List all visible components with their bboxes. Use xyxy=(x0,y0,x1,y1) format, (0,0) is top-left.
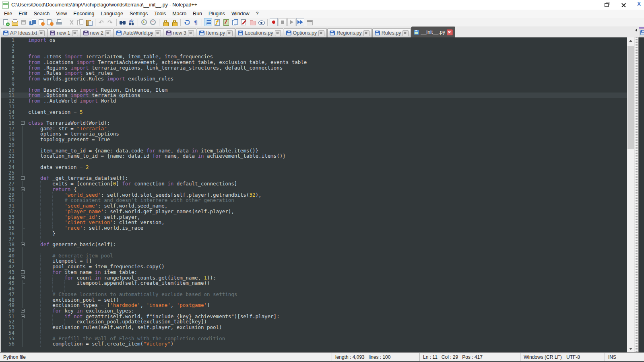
print-icon[interactable] xyxy=(55,18,63,26)
code-line[interactable]: 33 'player_id': self.player, xyxy=(1,214,627,220)
macro-run-multiple-icon[interactable] xyxy=(296,18,304,26)
close-button[interactable] xyxy=(615,0,632,10)
code-line[interactable]: 30 # consistent and doesn't interfere wi… xyxy=(1,197,627,203)
code-line[interactable]: 20 xyxy=(1,142,627,148)
find-icon[interactable] xyxy=(119,18,127,26)
word-wrap-icon[interactable] xyxy=(183,18,191,26)
scrollbar-thumb[interactable] xyxy=(627,46,634,149)
indent-guide-icon[interactable] xyxy=(204,18,212,26)
fold-collapse-icon[interactable] xyxy=(20,242,26,247)
paste-icon[interactable] xyxy=(85,18,93,26)
tab-close-icon[interactable] xyxy=(447,29,453,35)
code-line[interactable]: 16class TerrariaWorld(World): xyxy=(1,120,627,126)
code-line[interactable]: 21 item_name_to_id = {name: data.code fo… xyxy=(1,148,627,154)
code-line[interactable]: 42 pool_counts = item_frequencies.copy() xyxy=(1,264,627,269)
tab-close-icon[interactable] xyxy=(318,30,324,36)
restore-button[interactable] xyxy=(598,0,615,10)
tab-close-icon[interactable] xyxy=(39,30,45,36)
code-line[interactable]: 54 xyxy=(1,330,627,336)
code-line[interactable]: 26 def _get_terraria_data(self): xyxy=(1,175,627,181)
close-file-icon[interactable] xyxy=(37,18,45,26)
code-line[interactable]: 6from .Regions import terraria_regions, … xyxy=(1,65,627,71)
tab-locations.py[interactable]: Locations.py xyxy=(235,28,283,37)
scroll-down-arrow[interactable] xyxy=(627,346,634,352)
code-line[interactable]: 38 def generate_basic(self): xyxy=(1,242,627,247)
show-all-characters-icon[interactable] xyxy=(192,18,200,26)
code-line[interactable]: 27 exits = [connection[0] for connection… xyxy=(1,181,627,187)
zoom-in-icon[interactable] xyxy=(140,18,148,26)
code-line[interactable]: 14client_version = 5 xyxy=(1,109,627,115)
code-line[interactable]: 44 for count in range(pool_counts.get(it… xyxy=(1,275,627,281)
macro-play-icon[interactable] xyxy=(287,18,295,26)
open-file-icon[interactable] xyxy=(10,18,19,26)
minimize-button[interactable] xyxy=(581,0,598,10)
code-line[interactable]: 56 completion = self.create_item("Victor… xyxy=(1,341,627,347)
fold-collapse-icon[interactable] xyxy=(20,187,26,192)
replace-icon[interactable] xyxy=(128,18,136,26)
tab-items.py[interactable]: Items.py xyxy=(197,28,235,37)
save-all-icon[interactable] xyxy=(28,18,36,26)
code-line[interactable]: 39 xyxy=(1,247,627,253)
document-map-icon[interactable] xyxy=(222,18,230,26)
edit-page-icon[interactable] xyxy=(239,18,248,26)
tab-new-2[interactable]: new 2 xyxy=(81,28,114,37)
code-line[interactable]: 46 xyxy=(1,286,627,292)
code-line[interactable]: 55 # Prefill the Wall of Flesh with the … xyxy=(1,336,627,341)
code-line[interactable]: 23 xyxy=(1,159,627,165)
code-line[interactable]: 52 exclusion_pool.update(exclusion_table… xyxy=(1,319,627,325)
code-line[interactable]: 45 itempool.append(self.create_item(item… xyxy=(1,280,627,286)
code-line[interactable]: 22 location_name_to_id = {name: data.id … xyxy=(1,153,627,159)
code-line[interactable]: 50 for key in exclusion_types: xyxy=(1,308,627,314)
code-line[interactable]: 17 game: str = "Terraria" xyxy=(1,126,627,132)
function-list-icon[interactable] xyxy=(213,18,221,26)
document-list-icon[interactable] xyxy=(231,18,239,26)
code-line[interactable]: 53 exclusion_rules(self.world, self.play… xyxy=(1,325,627,330)
code-line[interactable]: 32 'player_name': self.world.get_player_… xyxy=(1,209,627,214)
code-line[interactable]: 43 for item_name in item_table: xyxy=(1,269,627,275)
tab-close-icon[interactable] xyxy=(155,30,161,36)
code-line[interactable]: 41 itempool = [] xyxy=(1,258,627,264)
tab-ap-ideas.txt[interactable]: AP Ideas.txt xyxy=(1,28,47,37)
code-line[interactable]: 5from .Locations import TerrariaAchievem… xyxy=(1,60,627,65)
tab-__init__.py[interactable]: __init__.py xyxy=(411,27,455,37)
monitoring-icon[interactable] xyxy=(257,18,265,26)
tab-new-3[interactable]: new 3 xyxy=(164,28,196,37)
status-caret-position[interactable]: Ln : 11 Col : 29 Pos : 417 xyxy=(419,353,520,361)
code-line[interactable]: 18 options = terraria_options xyxy=(1,131,627,137)
tab-regions.py[interactable]: Regions.py xyxy=(327,28,372,37)
code-line[interactable]: 28 return { xyxy=(1,187,627,192)
tab-close-icon[interactable] xyxy=(188,30,194,36)
code-line[interactable]: 24 data_version = 2 xyxy=(1,165,627,170)
menu-tools[interactable]: Tools xyxy=(151,10,169,17)
fold-collapse-icon[interactable] xyxy=(20,120,26,126)
code-line[interactable]: 35 'race': self.world.is_race xyxy=(1,225,627,231)
tab-rules.py[interactable]: Rules.py xyxy=(372,28,411,37)
code-line[interactable]: 4from .Items import TerrariaItem, item_t… xyxy=(1,54,627,60)
zoom-out-icon[interactable] xyxy=(149,18,157,26)
macro-record-icon[interactable] xyxy=(270,18,278,26)
menu-window[interactable]: Window xyxy=(228,10,252,17)
code-line[interactable]: 36 } xyxy=(1,231,627,237)
tab-close-icon[interactable] xyxy=(275,30,281,36)
code-line[interactable]: 3 xyxy=(1,48,627,54)
redo-icon[interactable] xyxy=(106,18,114,26)
code-line[interactable]: 37 xyxy=(1,236,627,242)
tab-close-icon[interactable] xyxy=(227,30,233,36)
code-line[interactable]: 2 xyxy=(1,43,627,49)
tab-scroll-left-icon[interactable] xyxy=(635,29,637,32)
code-line[interactable]: 25 xyxy=(1,170,627,176)
close-document-icon[interactable]: X xyxy=(637,1,641,7)
status-length-lines[interactable]: length : 4,093 lines : 100 xyxy=(332,353,419,361)
sync-vertical-icon[interactable] xyxy=(161,18,169,26)
status-eol-format[interactable]: Windows (CR LF) xyxy=(520,353,563,361)
code-line[interactable]: 31 'seed_name': self.world.seed_name, xyxy=(1,203,627,209)
fold-collapse-icon[interactable] xyxy=(20,308,26,314)
fold-collapse-icon[interactable] xyxy=(20,314,26,319)
tab-new-1[interactable]: new 1 xyxy=(47,28,80,37)
menu-plugins[interactable]: Plugins xyxy=(205,10,228,17)
macro-save-icon[interactable] xyxy=(305,18,313,26)
cut-icon[interactable] xyxy=(67,18,75,26)
macro-stop-icon[interactable] xyxy=(279,18,287,26)
tab-options.py[interactable]: Options.py xyxy=(284,28,327,37)
code-line[interactable]: 1import os xyxy=(1,37,627,43)
